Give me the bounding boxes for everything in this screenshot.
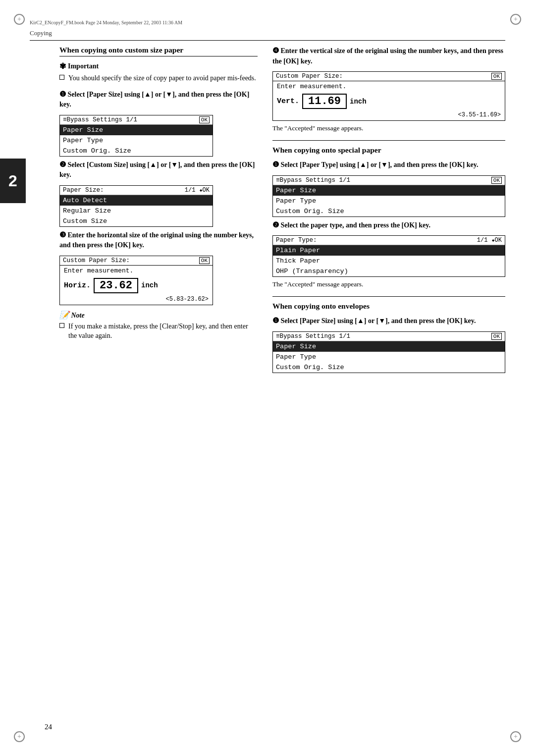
step-env-1-text: ❶ Select [Paper Size] using [▲] or [▼], …: [272, 316, 505, 326]
custom-vert-ok: OK: [491, 73, 502, 80]
step-special-2: ❷ Select the paper type, and then press …: [272, 220, 505, 231]
lcd-special-1-header: ≡Bypass Settings 1/1 OK: [273, 176, 505, 185]
custom-horiz-display: Custom Paper Size: OK Enter measurement.…: [59, 256, 213, 305]
lcd-special-2-header-right: 1/1 ⬥OK: [477, 237, 502, 244]
important-block: ✾ Important You should specify the size …: [59, 61, 258, 83]
step-special-1: ❶ Select [Paper Type] using [▲] or [▼], …: [272, 160, 505, 170]
lcd-2-row-2: Regular Size: [60, 206, 213, 216]
lcd-1-row-2: Paper Type: [60, 135, 213, 146]
custom-horiz-value: 23.62: [94, 278, 138, 293]
note-icon: 📝: [59, 311, 69, 319]
bullet-square: [59, 75, 64, 80]
custom-vert-label: Vert.: [277, 97, 299, 106]
step-special-1-text: ❶ Select [Paper Type] using [▲] or [▼], …: [272, 160, 505, 170]
lcd-special-1: ≡Bypass Settings 1/1 OK Paper Size Paper…: [272, 175, 505, 217]
accepted-text-2: The "Accepted" message appears.: [272, 280, 505, 289]
lcd-env-1-row-1: Paper Size: [273, 341, 505, 352]
note-header: 📝 Note: [59, 310, 258, 320]
file-info: KirC2_ENcopyF_FM.book Page 24 Monday, Se…: [30, 20, 505, 25]
step-env-1: ❶ Select [Paper Size] using [▲] or [▼], …: [272, 316, 505, 326]
note-block: 📝 Note If you make a mistake, press the …: [59, 310, 258, 341]
step-3-text: ❸ Enter the horizontal size of the origi…: [59, 230, 258, 251]
page-number: 24: [45, 723, 52, 731]
lcd-special-2-row-1: Plain Paper: [273, 245, 505, 256]
lcd-special-1-row-3: Custom Orig. Size: [273, 206, 505, 216]
custom-vert-header: Custom Paper Size: OK: [273, 72, 505, 81]
custom-vert-unit: inch: [350, 98, 367, 106]
lcd-special-2-row-3: OHP (Transparency): [273, 266, 505, 276]
note-item-1: If you make a mistake, press the [Clear/…: [59, 322, 258, 341]
lcd-special-1-ok: OK: [491, 177, 502, 184]
left-column: When copying onto custom size paper ✾ Im…: [30, 46, 258, 376]
lcd-special-2-row-2: Thick Paper: [273, 256, 505, 266]
custom-vert-value: 11.69: [302, 94, 347, 109]
lcd-2-row-1: Auto Detect: [60, 195, 213, 206]
section-rule: [30, 40, 505, 41]
lcd-1-row-1: Paper Size: [60, 125, 213, 135]
accepted-text-1: The "Accepted" message appears.: [272, 124, 505, 133]
custom-horiz-row1: Enter measurement.: [60, 266, 213, 276]
custom-horiz-value-row: Horiz. 23.62 inch: [60, 276, 213, 295]
lcd-env-1-ok: OK: [491, 333, 502, 340]
lcd-1-row-3: Custom Orig. Size: [60, 146, 213, 156]
note-bullet: [59, 323, 64, 328]
custom-horiz-unit: inch: [141, 281, 158, 289]
important-icon: ✾: [59, 61, 66, 71]
custom-size-section-title: When copying onto custom size paper: [59, 46, 258, 56]
custom-vert-row1: Enter measurement.: [273, 81, 505, 92]
lcd-env-1: ≡Bypass Settings 1/1 OK Paper Size Paper…: [272, 331, 505, 373]
custom-vert-value-row: Vert. 11.69 inch: [273, 92, 505, 111]
step-4: ❹ Enter the vertical size of the origina…: [272, 46, 505, 66]
lcd-1-header: ≡Bypass Settings 1/1 OK: [60, 115, 213, 125]
custom-vert-range: <3.55-11.69>: [273, 111, 505, 120]
lcd-env-1-row-2: Paper Type: [273, 352, 505, 362]
lcd-2-header-left: Paper Size:: [63, 187, 104, 194]
right-column: ❹ Enter the vertical size of the origina…: [272, 46, 505, 376]
lcd-2-row-3: Custom Size: [60, 216, 213, 226]
section-label: Copying: [30, 29, 505, 37]
lcd-env-1-row-3: Custom Orig. Size: [273, 362, 505, 373]
lcd-2-header: Paper Size: 1/1 ⬥OK: [60, 186, 213, 195]
lcd-display-1: ≡Bypass Settings 1/1 OK Paper Size Paper…: [59, 115, 213, 157]
important-item-1: You should specify the size of copy pape…: [59, 73, 258, 83]
step-4-text: ❹ Enter the vertical size of the origina…: [272, 46, 505, 66]
envelope-section-title: When copying onto envelopes: [272, 302, 505, 311]
special-section-rule: [272, 140, 505, 141]
lcd-special-2: Paper Type: 1/1 ⬥OK Plain Paper Thick Pa…: [272, 235, 505, 277]
lcd-1-ok: OK: [199, 116, 210, 123]
lcd-1-header-left: ≡Bypass Settings 1/1: [63, 116, 137, 123]
lcd-display-2: Paper Size: 1/1 ⬥OK Auto Detect Regular …: [59, 185, 213, 227]
lcd-2-header-right: 1/1 ⬥OK: [185, 187, 210, 194]
important-header: ✾ Important: [59, 61, 258, 71]
custom-horiz-ok: OK: [199, 257, 210, 264]
custom-horiz-header: Custom Paper Size: OK: [60, 256, 213, 266]
step-2-text: ❷ Select [Custom Size] using [▲] or [▼],…: [59, 160, 258, 180]
chapter-tab: 2: [0, 159, 26, 203]
lcd-special-1-row-1: Paper Size: [273, 185, 505, 196]
lcd-special-1-row-2: Paper Type: [273, 196, 505, 206]
two-column-layout: When copying onto custom size paper ✾ Im…: [30, 46, 505, 376]
custom-horiz-range: <5.83-23.62>: [60, 295, 213, 305]
step-special-2-text: ❷ Select the paper type, and then press …: [272, 220, 505, 231]
step-1-text: ❶ Select [Paper Size] using [▲] or [▼], …: [59, 89, 258, 110]
special-paper-section-title: When copying onto special paper: [272, 146, 505, 155]
step-3: ❸ Enter the horizontal size of the origi…: [59, 230, 258, 251]
lcd-special-2-header: Paper Type: 1/1 ⬥OK: [273, 236, 505, 245]
custom-vert-display: Custom Paper Size: OK Enter measurement.…: [272, 71, 505, 121]
lcd-env-1-header: ≡Bypass Settings 1/1 OK: [273, 332, 505, 341]
custom-horiz-label: Horiz.: [64, 281, 91, 290]
step-1: ❶ Select [Paper Size] using [▲] or [▼], …: [59, 89, 258, 110]
envelope-section-rule: [272, 296, 505, 297]
step-2: ❷ Select [Custom Size] using [▲] or [▼],…: [59, 160, 258, 180]
